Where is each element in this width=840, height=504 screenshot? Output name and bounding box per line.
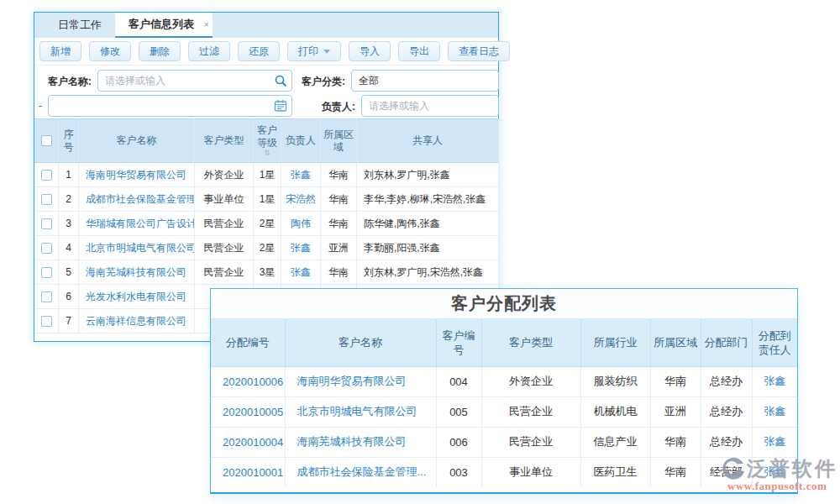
cell-customer-name[interactable]: 云南海祥信息有限公司 <box>79 309 195 333</box>
table-row[interactable]: 1 海南明华贸易有限公司 外资企业 1星 张鑫 华南 刘东林,罗广明,张鑫 <box>35 163 499 187</box>
table-row[interactable]: 2020010004 海南芜城科技有限公司 006 民营企业 信息产业 华南 总… <box>211 427 797 457</box>
customer-table-header-row: 序号 客户名称 客户类型 客户等级 ⇅ 负责人 所属区域 共享人 <box>35 119 499 163</box>
tab-customer-info-list[interactable]: 客户信息列表 × <box>115 13 213 38</box>
customer-category-field-wrap <box>351 70 499 92</box>
cell-customer-name[interactable]: 海南芜城科技有限公司 <box>79 260 195 285</box>
search-icon[interactable] <box>274 74 287 87</box>
cell-assignee[interactable]: 张鑫 <box>752 396 797 427</box>
table-row[interactable]: 5 海南芜城科技有限公司 民营企业 3星 张鑫 华南 刘东林,罗广明,宋浩然,张… <box>35 260 499 285</box>
owner-label: 负责人: <box>303 100 355 114</box>
cell-customer-type: 外资企业 <box>481 366 580 396</box>
cell-customer-name[interactable]: 北京市明城电气有限公司 <box>285 396 436 427</box>
cell-customer-name[interactable]: 海南芜城科技有限公司 <box>285 427 436 457</box>
col-customer-name: 客户名称 <box>79 119 195 163</box>
cell-customer-type: 事业单位 <box>481 457 580 487</box>
cell-department: 总经办 <box>701 366 752 396</box>
cell-owner[interactable]: 宋浩然 <box>281 187 321 212</box>
cell-shared: 李勤丽,阳强,张鑫 <box>357 236 499 260</box>
allocation-table: 分配编号 客户名称 客户编号 客户类型 所属行业 所属区域 分配部门 分配到责任… <box>211 319 797 487</box>
table-row[interactable]: 3 华瑞城有限公司广告设计部 民营企业 2星 陶伟 华南 陈华健,陶伟,张鑫 <box>35 212 499 236</box>
date-field-wrap <box>48 95 292 117</box>
col-customer-code: 客户编号 <box>436 319 481 366</box>
col-customer-type: 客户类型 <box>195 119 254 163</box>
restore-button[interactable]: 还原 <box>238 41 280 61</box>
cell-customer-code: 003 <box>436 457 481 487</box>
vendor-watermark: 泛普软件 www.fanpusoft.com <box>721 455 840 493</box>
cell-customer-level: 2星 <box>254 236 281 260</box>
cell-region: 华南 <box>321 187 357 212</box>
filter-button[interactable]: 过滤 <box>188 41 230 61</box>
owner-input[interactable] <box>361 95 499 117</box>
cell-allocation-id[interactable]: 2020010005 <box>211 396 285 427</box>
cell-allocation-id[interactable]: 2020010006 <box>211 366 285 396</box>
cell-region: 亚洲 <box>321 236 357 260</box>
cell-region: 华南 <box>650 427 701 457</box>
cell-customer-level: 1星 <box>254 163 281 187</box>
cell-owner[interactable]: 陶伟 <box>281 212 321 236</box>
new-button[interactable]: 新增 <box>39 41 81 61</box>
cell-customer-name[interactable]: 光发水利水电有限公司 <box>79 285 195 309</box>
date-input[interactable] <box>48 95 292 117</box>
cell-industry: 机械机电 <box>580 396 650 427</box>
cell-owner[interactable]: 张鑫 <box>281 163 321 187</box>
row-checkbox[interactable] <box>41 194 52 205</box>
cell-customer-name[interactable]: 华瑞城有限公司广告设计部 <box>79 212 195 236</box>
cell-no: 7 <box>59 309 79 333</box>
row-checkbox[interactable] <box>41 291 52 302</box>
cell-allocation-id[interactable]: 2020010001 <box>211 457 285 487</box>
cell-customer-name[interactable]: 成都市社会保险基金管理... <box>285 457 436 487</box>
sort-icon[interactable]: ⇅ <box>255 150 280 157</box>
cell-assignee[interactable]: 张鑫 <box>752 427 797 457</box>
customer-level-label: 客户等级 <box>257 124 277 149</box>
row-checkbox[interactable] <box>41 267 52 278</box>
customer-name-input[interactable] <box>97 70 292 92</box>
calendar-icon[interactable] <box>274 99 287 113</box>
cell-customer-name[interactable]: 成都市社会保险基金管理... <box>79 187 195 212</box>
customer-category-select[interactable] <box>351 70 499 92</box>
cell-customer-code: 006 <box>436 427 481 457</box>
cell-department: 总经办 <box>701 427 752 457</box>
table-row[interactable]: 2020010005 北京市明城电气有限公司 005 民营企业 机械机电 亚洲 … <box>211 396 797 427</box>
date-range-dash: - <box>39 100 42 112</box>
row-checkbox[interactable] <box>41 243 52 254</box>
table-row[interactable]: 2 成都市社会保险基金管理... 事业单位 1星 宋浩然 华南 李华,李婷,柳琳… <box>35 187 499 212</box>
import-button[interactable]: 导入 <box>349 41 391 61</box>
cell-customer-type: 民营企业 <box>195 212 254 236</box>
view-log-button[interactable]: 查看日志 <box>448 41 510 61</box>
col-owner: 负责人 <box>281 119 321 163</box>
cell-customer-name[interactable]: 海南明华贸易有限公司 <box>285 366 436 396</box>
customer-name-label: 客户名称: <box>39 75 92 89</box>
cell-no: 3 <box>59 212 79 236</box>
cell-shared: 陈华健,陶伟,张鑫 <box>357 212 499 236</box>
cell-region: 华南 <box>321 212 357 236</box>
print-button[interactable]: 打印 <box>287 41 341 61</box>
col-customer-level: 客户等级 ⇅ <box>254 119 281 163</box>
cell-allocation-id[interactable]: 2020010004 <box>211 427 285 457</box>
tab-label: 客户信息列表 <box>129 18 194 30</box>
cell-customer-name[interactable]: 北京市明城电气有限公司 <box>79 236 195 260</box>
cell-customer-level: 1星 <box>254 187 281 212</box>
row-checkbox[interactable] <box>41 218 52 229</box>
col-region: 所属区域 <box>321 119 357 163</box>
select-all-checkbox[interactable] <box>41 135 52 146</box>
col-industry: 所属行业 <box>580 319 650 366</box>
table-row[interactable]: 2020010001 成都市社会保险基金管理... 003 事业单位 医药卫生 … <box>211 457 797 487</box>
cell-owner[interactable]: 张鑫 <box>281 236 321 260</box>
customer-name-field-wrap <box>97 70 292 92</box>
fanpu-logo-icon <box>721 456 746 481</box>
table-row[interactable]: 2020010006 海南明华贸易有限公司 004 外资企业 服装纺织 华南 总… <box>211 366 797 396</box>
cell-assignee[interactable]: 张鑫 <box>752 366 797 396</box>
tab-daily-work[interactable]: 日常工作 <box>45 13 115 38</box>
cell-no: 4 <box>59 236 79 260</box>
close-icon[interactable]: × <box>204 13 209 36</box>
cell-owner[interactable]: 张鑫 <box>281 260 321 285</box>
toolbar: 新增 修改 删除 过滤 还原 打印 导入 导出 查看日志 <box>34 38 498 66</box>
cell-customer-name[interactable]: 海南明华贸易有限公司 <box>79 163 195 187</box>
row-checkbox[interactable] <box>41 316 52 327</box>
table-row[interactable]: 4 北京市明城电气有限公司 民营企业 2星 张鑫 亚洲 李勤丽,阳强,张鑫 <box>35 236 499 260</box>
export-button[interactable]: 导出 <box>398 41 440 61</box>
delete-button[interactable]: 删除 <box>139 41 181 61</box>
edit-button[interactable]: 修改 <box>89 41 131 61</box>
cell-no: 6 <box>59 285 79 309</box>
row-checkbox[interactable] <box>41 170 52 181</box>
